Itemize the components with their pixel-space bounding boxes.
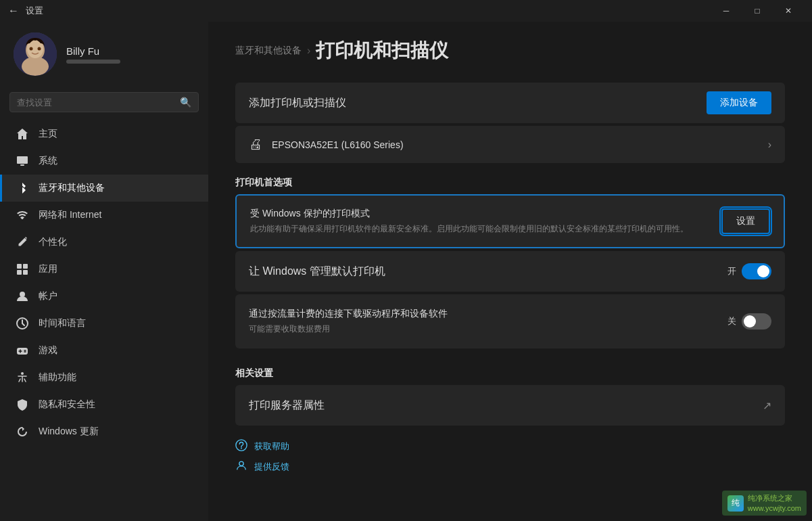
content-area: 蓝牙和其他设备 › 打印机和扫描仪 添加打印机或扫描仪 添加设备 🖨 EPSON…	[208, 22, 812, 521]
manage-default-row: 让 Windows 管理默认打印机 开	[235, 251, 785, 292]
breadcrumb-separator: ›	[307, 45, 310, 57]
add-printer-label: 添加打印机或扫描仪	[249, 96, 707, 110]
sidebar-item-apps[interactable]: 应用	[0, 256, 208, 283]
bottom-link-feedback[interactable]: 提供反馈	[235, 459, 785, 474]
help-link-label: 获取帮助	[254, 440, 289, 453]
sidebar-item-bluetooth[interactable]: 蓝牙和其他设备	[0, 175, 208, 202]
accessibility-icon	[16, 371, 29, 384]
sidebar-item-label: 个性化	[39, 236, 67, 248]
system-icon	[16, 154, 29, 168]
breadcrumb: 蓝牙和其他设备 › 打印机和扫描仪	[235, 38, 785, 64]
bluetooth-icon	[16, 181, 29, 195]
sidebar-item-personalization[interactable]: 个性化	[0, 229, 208, 256]
search-box[interactable]: 🔍	[9, 92, 199, 112]
network-icon	[16, 208, 29, 222]
metered-connection-content: 通过按流量计费的连接下载驱动程序和设备软件 可能需要收取数据费用	[249, 308, 727, 335]
metered-connection-toggle-label: 关	[727, 315, 736, 327]
titlebar: ← 设置 ─ □ ✕	[0, 0, 812, 22]
watermark-icon: 纯	[727, 495, 744, 512]
sidebar-item-update[interactable]: Windows 更新	[0, 418, 208, 445]
search-input[interactable]	[17, 97, 174, 108]
bottom-link-help[interactable]: 获取帮助	[235, 439, 785, 454]
svg-point-4	[30, 47, 33, 51]
sidebar-item-label: 辅助功能	[39, 371, 76, 384]
sidebar-item-label: 系统	[39, 155, 57, 167]
avatar	[14, 32, 57, 76]
protected-mode-content: 受 Windows 保护的打印模式 此功能有助于确保采用打印机软件的最新安全标准…	[250, 208, 721, 235]
main-container: Billy Fu 🔍 主页 系统 蓝牙和其他设备 网络和 Internet	[0, 22, 812, 521]
feedback-link-icon	[235, 459, 247, 474]
sidebar: Billy Fu 🔍 主页 系统 蓝牙和其他设备 网络和 Internet	[0, 22, 208, 521]
svg-point-2	[22, 57, 49, 76]
feedback-link-label: 提供反馈	[254, 461, 289, 473]
svg-point-15	[21, 372, 24, 375]
search-container: 🔍	[0, 87, 208, 120]
manage-default-action: 开	[727, 263, 771, 279]
protected-mode-settings-button[interactable]: 设置	[721, 208, 770, 234]
related-settings-header: 相关设置	[235, 357, 785, 385]
sidebar-item-system[interactable]: 系统	[0, 148, 208, 175]
maximize-button[interactable]: □	[742, 0, 773, 22]
breadcrumb-current: 打印机和扫描仪	[316, 38, 448, 64]
manage-default-title: 让 Windows 管理默认打印机	[249, 265, 385, 277]
manage-default-content: 让 Windows 管理默认打印机	[249, 265, 727, 279]
sidebar-item-label: 主页	[39, 128, 57, 140]
sidebar-item-label: 蓝牙和其他设备	[39, 182, 105, 194]
svg-rect-7	[20, 164, 24, 166]
print-server-row[interactable]: 打印服务器属性 ↗	[235, 385, 785, 426]
minimize-button[interactable]: ─	[711, 0, 742, 22]
sidebar-item-gaming[interactable]: 游戏	[0, 337, 208, 364]
metered-connection-row: 通过按流量计费的连接下载驱动程序和设备软件 可能需要收取数据费用 关	[235, 294, 785, 348]
search-icon: 🔍	[180, 97, 191, 108]
watermark: 纯 纯净系统之家 www.ycwjty.com	[722, 491, 807, 516]
sidebar-item-home[interactable]: 主页	[0, 120, 208, 148]
apps-icon	[16, 263, 29, 276]
sidebar-item-time[interactable]: 时间和语言	[0, 310, 208, 337]
sidebar-item-network[interactable]: 网络和 Internet	[0, 202, 208, 229]
svg-rect-6	[17, 156, 28, 164]
titlebar-left: ← 设置	[8, 5, 43, 17]
toggle-thumb-2	[744, 315, 756, 327]
svg-rect-9	[23, 264, 28, 269]
watermark-text: 纯净系统之家 www.ycwjty.com	[748, 493, 801, 513]
user-bar-decoration	[66, 60, 120, 64]
print-server-label: 打印服务器属性	[249, 399, 325, 411]
bottom-links: 获取帮助 提供反馈	[235, 439, 785, 474]
window-controls: ─ □ ✕	[711, 0, 804, 22]
time-icon	[16, 317, 29, 330]
update-icon	[16, 425, 29, 438]
manage-default-toggle[interactable]	[742, 263, 771, 279]
toggle-thumb	[757, 265, 769, 277]
svg-point-12	[20, 292, 25, 297]
svg-rect-10	[17, 270, 22, 275]
svg-point-18	[239, 461, 243, 466]
watermark-name: 纯净系统之家	[748, 493, 801, 503]
user-info: Billy Fu	[66, 45, 120, 64]
sidebar-item-label: Windows 更新	[39, 426, 99, 438]
metered-connection-toggle[interactable]	[742, 313, 771, 330]
svg-rect-11	[23, 270, 28, 275]
back-button[interactable]: ←	[8, 5, 19, 17]
sidebar-item-accessibility[interactable]: 辅助功能	[0, 364, 208, 391]
printer-row[interactable]: 🖨 EPSON3A52E1 (L6160 Series) ›	[235, 126, 785, 163]
breadcrumb-parent[interactable]: 蓝牙和其他设备	[235, 45, 302, 57]
printer-name: EPSON3A52E1 (L6160 Series)	[272, 139, 759, 150]
print-server-action: ↗	[763, 399, 771, 412]
user-profile[interactable]: Billy Fu	[0, 22, 208, 87]
personalization-icon	[16, 235, 29, 249]
accounts-icon	[16, 290, 29, 303]
svg-point-17	[241, 448, 242, 449]
nav-list: 主页 系统 蓝牙和其他设备 网络和 Internet 个性化 应用 帐户 时间和…	[0, 120, 208, 445]
add-device-button[interactable]: 添加设备	[707, 91, 771, 114]
watermark-site: www.ycwjty.com	[748, 503, 801, 513]
sidebar-item-label: 网络和 Internet	[39, 209, 101, 221]
svg-point-5	[38, 47, 41, 51]
privacy-icon	[16, 398, 29, 411]
close-button[interactable]: ✕	[773, 0, 804, 22]
metered-connection-title: 通过按流量计费的连接下载驱动程序和设备软件	[249, 308, 727, 320]
printer-icon: 🖨	[249, 137, 262, 152]
sidebar-item-accounts[interactable]: 帐户	[0, 283, 208, 310]
add-device-action: 添加设备	[707, 91, 771, 114]
sidebar-item-privacy[interactable]: 隐私和安全性	[0, 391, 208, 418]
sidebar-item-label: 帐户	[39, 290, 57, 302]
